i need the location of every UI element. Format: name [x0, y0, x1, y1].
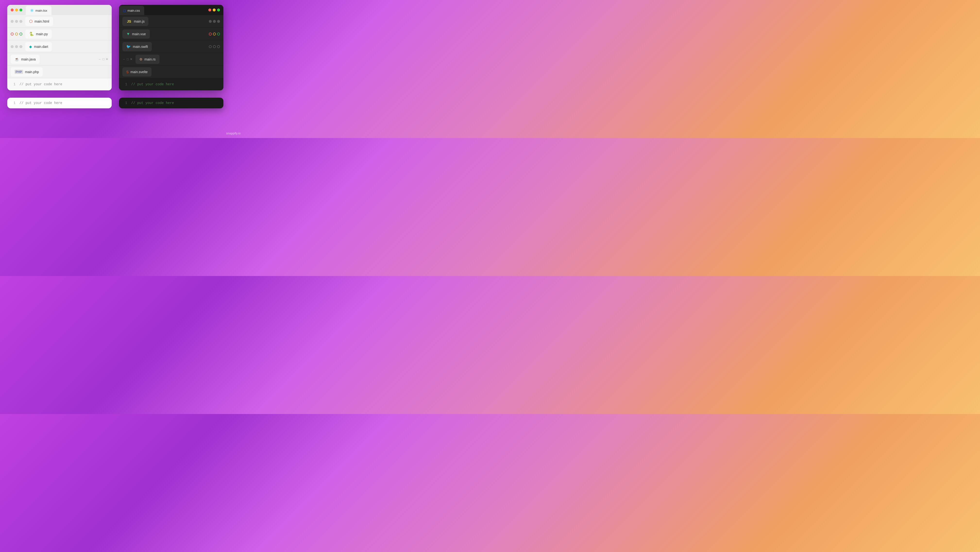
tab-tsx-label: main.tsx — [35, 9, 47, 13]
max-dot-light[interactable] — [19, 8, 22, 11]
file-swift-label: main.swift — [133, 45, 148, 49]
d3 — [217, 20, 220, 23]
d1 — [11, 20, 14, 23]
svelte-icon: S — [126, 70, 129, 74]
dark-window: □ main.css JS main.js — [119, 5, 223, 90]
d3 — [19, 45, 22, 48]
file-php[interactable]: PHP main.php — [11, 67, 43, 77]
code-area-dark: 1 // put your code here — [119, 78, 223, 90]
d3 — [19, 20, 22, 23]
file-vue[interactable]: ▼ main.vue — [123, 29, 150, 38]
maximize-btn[interactable]: □ — [102, 57, 104, 61]
standalone-dark: 1 // put your code here — [119, 98, 223, 108]
standalone-line-dark: 1 — [123, 101, 127, 105]
standalone-code-dark: // put your code here — [131, 101, 174, 105]
code-area-light: 1 // put your code here — [7, 78, 112, 90]
standalone-code-light: // put your code here — [19, 101, 62, 105]
file-row-swift: 🐦 main.swift — [119, 40, 223, 53]
rs-icon: ⚙ — [139, 57, 143, 61]
min-dot-dark[interactable] — [213, 8, 216, 11]
page-layout: ⚛ main.tsx ⬡ main.html — [0, 0, 245, 138]
max-dot-dark[interactable] — [217, 8, 220, 11]
wc-vue — [209, 33, 220, 35]
file-html-label: main.html — [35, 19, 49, 23]
vue-icon: ▼ — [126, 32, 130, 36]
line-number-dark: 1 — [123, 82, 127, 86]
file-py[interactable]: 🐍 main.py — [25, 29, 52, 38]
d2 — [15, 45, 18, 48]
bottom-row: 1 // put your code here 1 // put your co… — [7, 98, 238, 108]
d1 — [209, 20, 212, 23]
tsx-icon: ⚛ — [30, 8, 33, 13]
file-dart[interactable]: ◆ main.dart — [25, 42, 52, 51]
file-row-php: PHP main.php — [7, 65, 112, 78]
standalone-light: 1 // put your code here — [7, 98, 112, 108]
file-row-py: 🐍 main.py — [7, 28, 112, 40]
d2 — [213, 20, 216, 23]
file-row-vue: ▼ main.vue — [119, 28, 223, 40]
file-row-js: JS main.js — [119, 15, 223, 28]
html-icon: ⬡ — [29, 19, 33, 24]
java-icon: ☕ — [14, 57, 19, 61]
min-dot-light[interactable] — [15, 8, 18, 11]
wc-py — [11, 33, 22, 35]
window-controls-dark — [205, 5, 223, 15]
light-window: ⚛ main.tsx ⬡ main.html — [7, 5, 112, 90]
d2 — [213, 33, 216, 35]
window-controls-light — [7, 5, 26, 15]
minimize-btn[interactable]: － — [98, 57, 101, 61]
file-html[interactable]: ⬡ main.html — [25, 17, 53, 26]
file-rs-label: main.rs — [145, 57, 156, 61]
file-row-rs: － □ ✕ ⚙ main.rs — [119, 53, 223, 65]
wm-controls-rs: － □ ✕ — [123, 57, 132, 61]
swift-icon: 🐦 — [126, 45, 131, 49]
file-py-label: main.py — [36, 32, 48, 36]
tab-spacer — [144, 5, 205, 15]
close-btn-dark[interactable]: ✕ — [130, 57, 132, 61]
tab-css[interactable]: □ main.css — [119, 6, 144, 15]
branding-label: snappify.io — [226, 132, 241, 135]
php-icon: PHP — [14, 70, 23, 74]
wm-controls-java: － □ ✕ — [98, 57, 108, 61]
wc-html — [11, 20, 22, 23]
file-java[interactable]: ☕ main.java — [11, 55, 40, 64]
d3 — [217, 33, 220, 35]
d1 — [209, 33, 212, 35]
close-dot-dark[interactable] — [208, 8, 211, 11]
d1 — [11, 45, 14, 48]
minimize-btn-dark[interactable]: － — [123, 57, 126, 61]
wc-swift — [209, 45, 220, 48]
wc-js — [209, 20, 220, 23]
file-js-label: main.js — [134, 19, 145, 23]
top-row: ⚛ main.tsx ⬡ main.html — [7, 5, 238, 90]
file-svelte-label: main.svelte — [130, 70, 148, 74]
d2 — [213, 45, 216, 48]
file-php-label: main.php — [25, 70, 39, 74]
maximize-btn-dark[interactable]: □ — [127, 57, 129, 61]
js-icon: JS — [126, 19, 132, 24]
d3 — [19, 33, 22, 35]
tabbar-dark: □ main.css — [119, 5, 223, 15]
file-dart-label: main.dart — [34, 45, 48, 49]
code-comment-dark: // put your code here — [131, 82, 174, 86]
tab-css-label: main.css — [127, 9, 140, 13]
standalone-line-light: 1 — [12, 101, 16, 105]
py-icon: 🐍 — [29, 32, 34, 36]
code-comment-light: // put your code here — [19, 82, 62, 86]
line-number-light: 1 — [12, 82, 16, 86]
tabbar-light: ⚛ main.tsx — [7, 5, 112, 15]
tab-tsx[interactable]: ⚛ main.tsx — [26, 6, 51, 15]
dart-icon: ◆ — [29, 45, 32, 49]
file-swift[interactable]: 🐦 main.swift — [123, 42, 152, 51]
file-row-java: ☕ main.java － □ ✕ — [7, 53, 112, 65]
close-dot-light[interactable] — [11, 8, 14, 11]
d2 — [15, 20, 18, 23]
file-js[interactable]: JS main.js — [123, 17, 148, 26]
file-row-svelte: S main.svelte — [119, 65, 223, 78]
file-vue-label: main.vue — [132, 32, 146, 36]
d1 — [11, 33, 14, 35]
close-btn[interactable]: ✕ — [106, 57, 108, 61]
d2 — [15, 33, 18, 35]
file-svelte[interactable]: S main.svelte — [123, 67, 151, 77]
file-rs[interactable]: ⚙ main.rs — [135, 55, 159, 64]
